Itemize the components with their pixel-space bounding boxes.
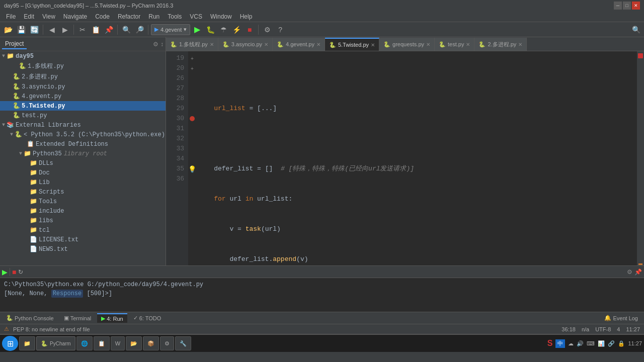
taskbar-misc3-btn[interactable]: ⚙ (160, 336, 174, 350)
help-button[interactable]: ? (274, 24, 286, 36)
replace-button[interactable]: 🔎 (133, 24, 145, 36)
tab5-close[interactable]: ✕ (371, 42, 375, 48)
sidebar-item-6[interactable]: 🐍 test.py (0, 111, 166, 120)
run-pin-button[interactable]: 📌 (634, 268, 642, 276)
save-button[interactable]: 💾 (15, 24, 27, 36)
minimize-button[interactable]: ─ (614, 2, 622, 10)
sidebar-item-1[interactable]: 🐍 1.多线程.py (0, 61, 166, 71)
taskbar-misc2-btn[interactable]: 📦 (143, 336, 159, 350)
systray-cn-icon[interactable]: 中 (555, 339, 565, 348)
run-config-dropdown[interactable]: ▶ 4.gevent ▾ (151, 24, 190, 35)
start-button[interactable]: ⊞ (2, 336, 18, 351)
status-line-col[interactable]: 36:18 (561, 326, 576, 332)
settings-button[interactable]: ⚙ (261, 24, 273, 36)
open-folder-button[interactable]: 📂 (2, 24, 14, 36)
find-button[interactable]: 🔍 (120, 24, 132, 36)
tree-root-day95[interactable]: ▼ 📁 day95 (0, 51, 166, 61)
search-everywhere-button[interactable]: 🔍 (630, 24, 642, 36)
tab2-close[interactable]: ✕ (518, 42, 522, 47)
stop-button[interactable]: ■ (244, 24, 256, 36)
sidebar-external-libs[interactable]: ▼ 📚 External Libraries (0, 120, 166, 130)
forward-button[interactable]: ▶ (59, 24, 71, 36)
library-root-label: library root (64, 150, 107, 157)
close-button[interactable]: ✕ (632, 2, 640, 10)
tabgr-close[interactable]: ✕ (426, 42, 430, 47)
menu-navigate[interactable]: Navigate (59, 12, 91, 21)
code-editor[interactable]: url_list = [...] defer_list = [] # [特殊，特… (196, 51, 637, 265)
paste-button[interactable]: 📌 (103, 24, 115, 36)
sidebar-python-sdk[interactable]: ▼ 🐍 < Python 3.5.2 (C:\Python35\python.e… (0, 130, 166, 139)
menu-vcs[interactable]: VCS (186, 12, 206, 21)
tab-2-multiprocess[interactable]: 🐍 2.多进程.py ✕ (474, 38, 527, 51)
taskbar-chrome-btn[interactable]: 🌐 (76, 336, 93, 350)
project-tab[interactable]: Project (2, 39, 27, 49)
bulb-icon[interactable]: 💡 (188, 165, 196, 173)
copy-button[interactable]: 📋 (90, 24, 102, 36)
sidebar-tcl[interactable]: 📁 tcl (0, 225, 166, 235)
tab-5-twisted[interactable]: 🐍 5.Twisted.py ✕ (325, 38, 379, 51)
tab-4-gevent[interactable]: 🐍 4.gevent.py ✕ (273, 38, 325, 51)
sidebar-item-5[interactable]: 🐍 5.Twisted.py (0, 101, 166, 111)
panel-tab-terminal[interactable]: ▣ Terminal (60, 314, 96, 322)
run-button[interactable]: ▶ (191, 24, 203, 36)
taskbar-misc1-btn[interactable]: 📂 (126, 336, 142, 350)
sidebar-python35[interactable]: ▼ 📁 Python35 library root (0, 149, 166, 158)
menu-view[interactable]: View (38, 12, 59, 21)
tabtest-close[interactable]: ✕ (466, 42, 470, 47)
tab1-close[interactable]: ✕ (210, 42, 214, 47)
status-encoding[interactable]: UTF-8 (595, 326, 611, 332)
back-button[interactable]: ◀ (46, 24, 58, 36)
sidebar-libs[interactable]: 📁 libs (0, 216, 166, 225)
sidebar-lib[interactable]: 📁 Lib (0, 177, 166, 187)
panel-tab-run[interactable]: ▶ 4: Run (97, 313, 127, 323)
profile-button[interactable]: ⚡ (230, 24, 243, 36)
run-settings-button[interactable]: ⚙ (627, 268, 632, 276)
sidebar-doc[interactable]: 📁 Doc (0, 168, 166, 177)
tab3-close[interactable]: ✕ (264, 42, 268, 47)
tab-test[interactable]: 🐍 test.py ✕ (435, 38, 474, 51)
panel-tab-todo[interactable]: ✓ 6: TODO (129, 314, 166, 322)
run-rerun-button[interactable]: ↻ (18, 268, 23, 276)
cut-button[interactable]: ✂ (76, 24, 89, 36)
menu-help[interactable]: Help (236, 12, 257, 21)
tab-1-multithread[interactable]: 🐍 1.多线程.py ✕ (166, 38, 218, 51)
sidebar-scripts[interactable]: 📁 Scripts (0, 187, 166, 197)
sidebar-extended-defs[interactable]: 📋 Extended Definitions (0, 139, 166, 149)
fold-icon-20[interactable]: + (191, 66, 194, 71)
status-indent[interactable]: 4 (617, 326, 620, 332)
taskbar-pycharm-btn[interactable]: 🐍 PyCharm (36, 336, 75, 350)
run-play-button[interactable]: ▶ (2, 268, 8, 276)
menu-tools[interactable]: Tools (164, 12, 186, 21)
sidebar-sort-icon[interactable]: ↕ (160, 41, 164, 48)
menu-refactor[interactable]: Refactor (114, 12, 144, 21)
sidebar-include[interactable]: 📁 include (0, 206, 166, 216)
sidebar-license[interactable]: 📄 LICENSE.txt (0, 235, 166, 244)
menu-file[interactable]: File (2, 12, 20, 21)
run-stop-button[interactable]: ■ (12, 268, 16, 276)
tab-3-asyncio[interactable]: 🐍 3.asyncio.py ✕ (218, 38, 273, 51)
menu-window[interactable]: Window (206, 12, 236, 21)
taskbar-files-btn[interactable]: 📋 (94, 336, 110, 350)
sidebar-dlls[interactable]: 📁 DLLs (0, 158, 166, 168)
taskbar-word-btn[interactable]: W (111, 336, 125, 350)
taskbar-explorer-btn[interactable]: 📁 (19, 336, 35, 350)
sidebar-gear-icon[interactable]: ⚙ (153, 41, 158, 48)
sync-button[interactable]: 🔄 (28, 24, 40, 36)
menu-run[interactable]: Run (144, 12, 164, 21)
fold-icon-19[interactable]: + (191, 56, 194, 61)
sidebar-tools[interactable]: 📁 Tools (0, 197, 166, 206)
sidebar-item-4[interactable]: 🐍 4.gevent.py (0, 92, 166, 101)
maximize-button[interactable]: □ (623, 2, 631, 10)
coverage-button[interactable]: ☂ (217, 24, 229, 36)
sidebar-item-2[interactable]: 🐍 2.多进程.py (0, 71, 166, 82)
menu-code[interactable]: Code (91, 12, 114, 21)
debug-button[interactable]: 🐛 (204, 24, 216, 36)
panel-tab-python-console[interactable]: 🐍 Python Console (2, 314, 58, 322)
sidebar-item-3[interactable]: 🐍 3.asyncio.py (0, 82, 166, 92)
event-log-link[interactable]: 🔔 Event Log (600, 314, 642, 322)
sidebar-news[interactable]: 📄 NEWS.txt (0, 244, 166, 254)
tab-grequests[interactable]: 🐍 grequests.py ✕ (379, 38, 435, 51)
tab4-close[interactable]: ✕ (316, 42, 320, 47)
menu-edit[interactable]: Edit (20, 12, 38, 21)
taskbar-misc4-btn[interactable]: 🔧 (175, 336, 191, 350)
